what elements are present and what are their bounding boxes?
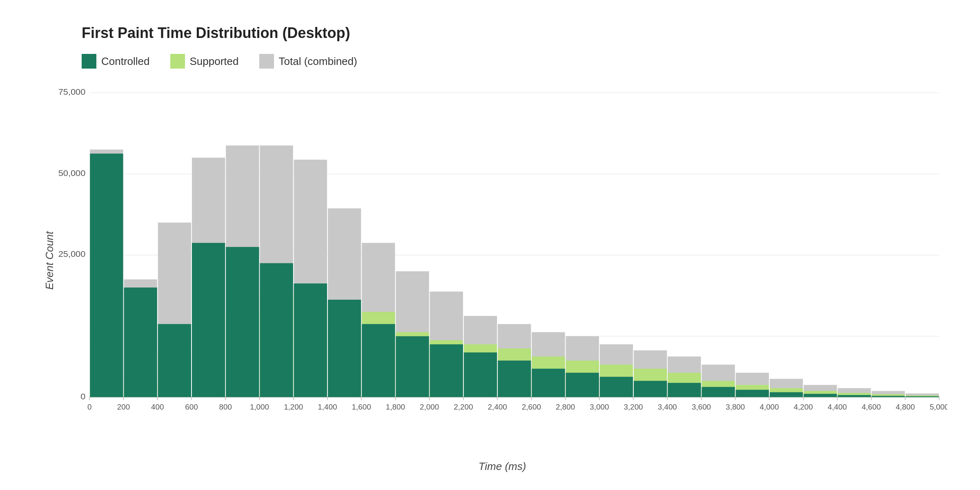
svg-rect-32	[328, 300, 361, 397]
svg-text:4,600: 4,600	[862, 403, 881, 411]
svg-text:3,800: 3,800	[726, 403, 745, 411]
svg-text:1,600: 1,600	[352, 403, 371, 411]
svg-rect-26	[260, 263, 293, 397]
svg-rect-29	[294, 283, 327, 397]
legend-swatch-controlled	[82, 54, 96, 69]
svg-rect-53	[566, 373, 599, 397]
y-axis-label: Event Count	[43, 231, 56, 290]
svg-text:4,200: 4,200	[794, 403, 813, 411]
svg-rect-11	[90, 154, 123, 397]
svg-rect-77	[837, 395, 871, 397]
chart-container: First Paint Time Distribution (Desktop) …	[0, 0, 980, 490]
svg-rect-56	[600, 377, 633, 397]
svg-text:2,800: 2,800	[556, 403, 575, 411]
svg-rect-41	[430, 344, 463, 397]
svg-rect-23	[226, 247, 259, 397]
svg-rect-44	[464, 352, 497, 397]
svg-text:1,200: 1,200	[284, 403, 303, 411]
x-axis-label: Time (ms)	[479, 460, 526, 473]
svg-rect-14	[124, 287, 157, 397]
svg-text:1,400: 1,400	[318, 403, 337, 411]
svg-text:800: 800	[219, 403, 232, 411]
svg-rect-59	[634, 381, 667, 397]
chart-title: First Paint Time Distribution (Desktop)	[82, 24, 947, 42]
svg-text:2,000: 2,000	[420, 403, 439, 411]
chart-legend: Controlled Supported Total (combined)	[82, 54, 947, 69]
svg-text:0: 0	[80, 392, 85, 402]
svg-text:4,000: 4,000	[760, 403, 779, 411]
svg-rect-68	[736, 390, 769, 397]
svg-rect-80	[872, 396, 905, 397]
svg-rect-62	[668, 383, 701, 397]
svg-rect-20	[192, 243, 225, 397]
svg-text:75,000: 75,000	[58, 87, 86, 97]
svg-rect-71	[770, 392, 803, 397]
legend-item-supported: Supported	[170, 54, 239, 69]
legend-swatch-total	[259, 54, 274, 69]
svg-text:400: 400	[151, 403, 164, 411]
svg-text:50,000: 50,000	[58, 168, 86, 178]
svg-text:2,200: 2,200	[454, 403, 473, 411]
svg-text:4,800: 4,800	[895, 403, 915, 411]
svg-rect-65	[702, 387, 735, 397]
svg-text:1,000: 1,000	[250, 403, 269, 411]
svg-text:5,000: 5,000	[930, 403, 947, 411]
svg-text:3,600: 3,600	[692, 403, 711, 411]
svg-text:200: 200	[117, 403, 130, 411]
legend-label-total: Total (combined)	[279, 55, 357, 68]
chart-svg: 75,000 50,000 25,000 0 02004006008001,00…	[57, 85, 947, 436]
chart-area: Event Count Time (ms) 75,000 50,000 25,0…	[57, 85, 947, 436]
svg-text:3,400: 3,400	[658, 403, 677, 411]
svg-rect-83	[906, 396, 939, 397]
svg-text:3,200: 3,200	[624, 403, 643, 411]
legend-item-controlled: Controlled	[82, 54, 150, 69]
legend-label-controlled: Controlled	[101, 55, 150, 68]
svg-text:2,400: 2,400	[488, 403, 507, 411]
svg-rect-35	[362, 324, 395, 397]
legend-label-supported: Supported	[190, 55, 239, 68]
legend-swatch-supported	[170, 54, 185, 69]
svg-text:4,400: 4,400	[828, 403, 847, 411]
svg-text:600: 600	[185, 403, 198, 411]
legend-item-total: Total (combined)	[259, 54, 357, 69]
svg-rect-50	[532, 369, 565, 397]
svg-text:2,600: 2,600	[522, 403, 541, 411]
svg-rect-74	[804, 394, 837, 397]
svg-text:0: 0	[87, 403, 91, 411]
svg-text:3,000: 3,000	[590, 403, 609, 411]
svg-rect-38	[396, 336, 429, 397]
svg-rect-47	[498, 361, 531, 397]
svg-text:1,800: 1,800	[386, 403, 405, 411]
svg-text:25,000: 25,000	[58, 249, 86, 259]
svg-rect-17	[158, 324, 191, 397]
